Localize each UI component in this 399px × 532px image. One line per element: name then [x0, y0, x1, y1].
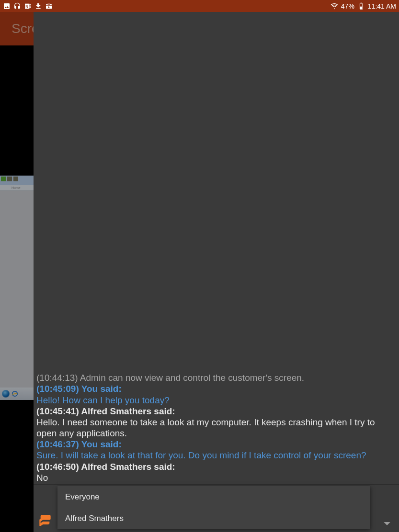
- screen-root: N 47% 11:41 AM Scre Home: [0, 0, 399, 532]
- svg-rect-4: [29, 7, 31, 8]
- system-text: Admin can now view and control the custo…: [80, 373, 304, 383]
- wifi-icon: [331, 2, 338, 10]
- recipient-option-everyone[interactable]: Everyone: [57, 486, 370, 508]
- chevron-down-icon[interactable]: [384, 522, 390, 525]
- recipient-option-user[interactable]: Alfred Smathers: [57, 508, 370, 529]
- status-bar: N 47% 11:41 AM: [0, 0, 399, 12]
- msg-body: Hello! How can I help you today?: [36, 395, 396, 406]
- recipient-label: Everyone: [65, 492, 100, 502]
- chat-scroll[interactable]: (10:44:13) Admin can now view and contro…: [34, 12, 399, 484]
- clock-text: 11:41 AM: [368, 2, 396, 10]
- msg-time: (10:46:37): [36, 439, 79, 449]
- svg-text:N: N: [25, 4, 28, 9]
- download-icon: [34, 2, 42, 10]
- headphones-icon: [13, 2, 21, 10]
- msg-time: (10:45:41): [36, 406, 79, 416]
- msg-sender: Alfred Smathers said:: [81, 462, 175, 472]
- msg-body: Hello. I need someone to take a look at …: [36, 417, 396, 439]
- image-icon: [3, 2, 11, 10]
- svg-rect-3: [29, 5, 31, 6]
- system-message: (10:44:13) Admin can now view and contro…: [36, 372, 396, 383]
- svg-rect-2: [29, 4, 31, 5]
- chat-message: (10:45:41) Alfred Smathers said: Hello. …: [36, 406, 396, 439]
- chat-log: (10:44:13) Admin can now view and contro…: [36, 372, 396, 483]
- msg-time: (10:45:09): [36, 384, 79, 394]
- play-store-icon: [45, 2, 53, 10]
- msg-sender: Alfred Smathers said:: [81, 406, 175, 416]
- recipient-popup: Everyone Alfred Smathers: [57, 486, 370, 529]
- status-left: N: [3, 2, 53, 10]
- msg-sender: You said:: [81, 384, 122, 394]
- chat-message: (10:46:37) You said: Sure. I will take a…: [36, 439, 396, 461]
- status-right: 47% 11:41 AM: [331, 2, 396, 10]
- svg-rect-7: [360, 6, 362, 9]
- msg-time: (10:46:50): [36, 462, 79, 472]
- chat-icon[interactable]: [36, 512, 54, 529]
- onenote-icon: N: [24, 2, 32, 10]
- chat-message: (10:45:09) You said: Hello! How can I he…: [36, 383, 396, 405]
- chat-message: (10:46:50) Alfred Smathers said: No: [36, 461, 396, 483]
- battery-percent: 47%: [341, 2, 354, 10]
- msg-body: Sure. I will take a look at that for you…: [36, 450, 396, 461]
- recipient-label: Alfred Smathers: [65, 514, 124, 523]
- chat-input-bar: Everyone Alfred Smathers: [34, 484, 399, 532]
- chat-panel: (10:44:13) Admin can now view and contro…: [34, 12, 399, 532]
- system-time: (10:44:13): [36, 373, 78, 383]
- battery-icon: [357, 2, 365, 10]
- msg-body: No: [36, 472, 396, 483]
- msg-sender: You said:: [81, 439, 122, 449]
- svg-rect-6: [361, 2, 362, 3]
